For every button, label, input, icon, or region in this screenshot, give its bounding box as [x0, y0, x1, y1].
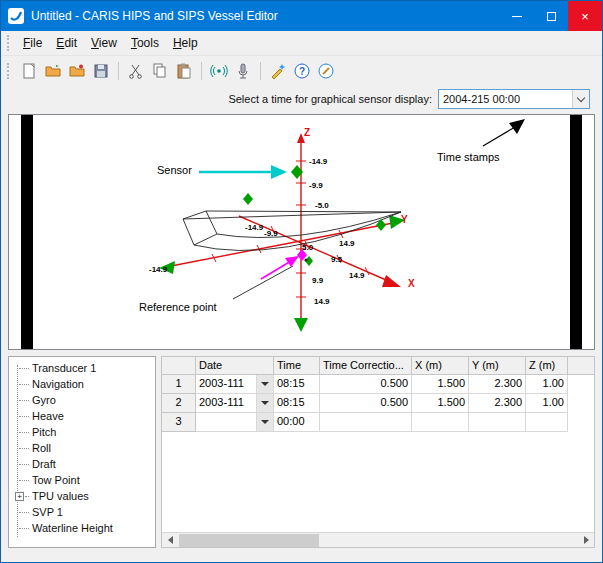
maximize-button[interactable] — [534, 1, 568, 31]
tree-item-gyro[interactable]: Gyro — [11, 392, 153, 408]
horizontal-scrollbar[interactable] — [162, 532, 594, 547]
broadcast-icon[interactable] — [208, 60, 230, 82]
time-selector-label: Select a time for graphical sensor displ… — [228, 93, 432, 105]
row-number-cell[interactable]: 2 — [162, 394, 196, 413]
tree-item-heave[interactable]: Heave — [11, 408, 153, 424]
tree-item-roll[interactable]: Roll — [11, 440, 153, 456]
tree-branch — [19, 416, 29, 417]
time-column-header[interactable]: Time — [274, 357, 320, 375]
menu-item-view[interactable]: View — [84, 33, 124, 53]
edit-circle-icon[interactable] — [315, 60, 337, 82]
time-combobox-dropdown-button[interactable] — [572, 90, 589, 108]
chevron-down-icon — [261, 382, 269, 386]
tree-item-label: TPU values — [32, 490, 89, 502]
expand-plus-icon[interactable]: + — [15, 492, 24, 501]
y-cell[interactable] — [469, 413, 526, 432]
time-correction-column-header[interactable]: Time Correctio... — [320, 357, 412, 375]
toolbar-separator — [118, 62, 119, 80]
open-icon[interactable] — [42, 60, 64, 82]
time-selector-bar: Select a time for graphical sensor displ… — [1, 86, 602, 112]
x-cell[interactable]: 1.500 — [412, 375, 469, 394]
scroll-left-button[interactable] — [162, 533, 178, 547]
tree-item-label: Tow Point — [32, 474, 80, 486]
open-folder-icon[interactable] — [66, 60, 88, 82]
menu-item-tools[interactable]: Tools — [124, 33, 166, 53]
tree-item-label: SVP 1 — [32, 506, 63, 518]
tree-item-label: Waterline Height — [32, 522, 113, 534]
x-cell[interactable] — [412, 413, 469, 432]
scroll-left-icon — [168, 536, 173, 544]
save-icon[interactable] — [90, 60, 112, 82]
vessel-wireframe-svg — [9, 115, 594, 349]
vessel-3d-view[interactable]: ZYXSensorTime stampsReference point-14.9… — [8, 114, 595, 350]
tree-item-pitch[interactable]: Pitch — [11, 424, 153, 440]
y-column-header[interactable]: Y (m) — [469, 357, 526, 375]
tree-branch — [19, 480, 29, 481]
chevron-down-icon — [261, 401, 269, 405]
cut-icon[interactable] — [125, 60, 147, 82]
vessel-editor-window: Untitled - CARIS HIPS and SIPS Vessel Ed… — [0, 0, 603, 563]
bottom-panel: Transducer 1NavigationGyroHeavePitchRoll… — [8, 356, 595, 548]
row-number-cell[interactable]: 3 — [162, 413, 196, 432]
tree-branch — [25, 496, 29, 497]
tree-item-svp-1[interactable]: SVP 1 — [11, 504, 153, 520]
menu-item-edit[interactable]: Edit — [49, 33, 84, 53]
tree-branch — [19, 512, 29, 513]
time-correction-cell[interactable]: 0.500 — [320, 394, 412, 413]
date-cell[interactable]: 2003-111 — [196, 394, 257, 413]
tree-item-waterline-height[interactable]: Waterline Height — [11, 520, 153, 536]
tree-panel: Transducer 1NavigationGyroHeavePitchRoll… — [8, 356, 156, 548]
date-dropdown-button[interactable] — [257, 413, 274, 432]
date-column-header[interactable]: Date — [196, 357, 274, 375]
date-cell[interactable]: 2003-111 — [196, 375, 257, 394]
copy-icon[interactable] — [149, 60, 171, 82]
close-button[interactable]: × — [568, 1, 602, 31]
menu-item-help[interactable]: Help — [166, 33, 205, 53]
tree-item-label: Gyro — [32, 394, 56, 406]
menu-item-file[interactable]: File — [16, 33, 49, 53]
time-cell[interactable]: 08:15 — [274, 375, 320, 394]
time-combobox-value: 2004-215 00:00 — [439, 93, 572, 105]
menu-bar: FileEditViewToolsHelp — [1, 31, 602, 56]
sensor-table: Date Time Time Correctio... X (m) Y (m) … — [161, 356, 595, 548]
time-cell[interactable]: 08:15 — [274, 394, 320, 413]
tree-branch — [19, 368, 29, 369]
help-icon[interactable]: ? — [291, 60, 313, 82]
paste-icon[interactable] — [173, 60, 195, 82]
time-correction-cell[interactable] — [320, 413, 412, 432]
tree-item-label: Heave — [32, 410, 64, 422]
time-cell[interactable]: 00:00 — [274, 413, 320, 432]
tree-item-tow-point[interactable]: Tow Point — [11, 472, 153, 488]
minimize-icon — [512, 16, 522, 17]
date-dropdown-button[interactable] — [257, 375, 274, 394]
scroll-right-button[interactable] — [578, 533, 594, 547]
z-cell[interactable]: 1.00 — [526, 394, 568, 413]
minimize-button[interactable] — [500, 1, 534, 31]
window-title: Untitled - CARIS HIPS and SIPS Vessel Ed… — [31, 9, 500, 23]
z-cell[interactable] — [526, 413, 568, 432]
y-cell[interactable]: 2.300 — [469, 394, 526, 413]
wizard-icon[interactable] — [267, 60, 289, 82]
time-correction-cell[interactable]: 0.500 — [320, 375, 412, 394]
corner-header-cell — [162, 357, 196, 375]
table-header-row: Date Time Time Correctio... X (m) Y (m) … — [162, 357, 594, 375]
table-row: 12003-11108:150.5001.5002.3001.00 — [162, 375, 594, 394]
y-cell[interactable]: 2.300 — [469, 375, 526, 394]
time-combobox[interactable]: 2004-215 00:00 — [438, 89, 590, 109]
x-cell[interactable]: 1.500 — [412, 394, 469, 413]
device-icon[interactable] — [232, 60, 254, 82]
scrollbar-thumb[interactable] — [179, 534, 319, 547]
row-number-cell[interactable]: 1 — [162, 375, 196, 394]
tree-item-label: Draft — [32, 458, 56, 470]
new-document-icon[interactable] — [18, 60, 40, 82]
tree-item-navigation[interactable]: Navigation — [11, 376, 153, 392]
tree-item-draft[interactable]: Draft — [11, 456, 153, 472]
date-dropdown-button[interactable] — [257, 394, 274, 413]
tree-item-transducer-1[interactable]: Transducer 1 — [11, 360, 153, 376]
date-cell[interactable] — [196, 413, 257, 432]
z-cell[interactable]: 1.00 — [526, 375, 568, 394]
tree-item-tpu-values[interactable]: +TPU values — [11, 488, 153, 504]
x-column-header[interactable]: X (m) — [412, 357, 469, 375]
z-column-header[interactable]: Z (m) — [526, 357, 568, 375]
tree-branch — [19, 464, 29, 465]
